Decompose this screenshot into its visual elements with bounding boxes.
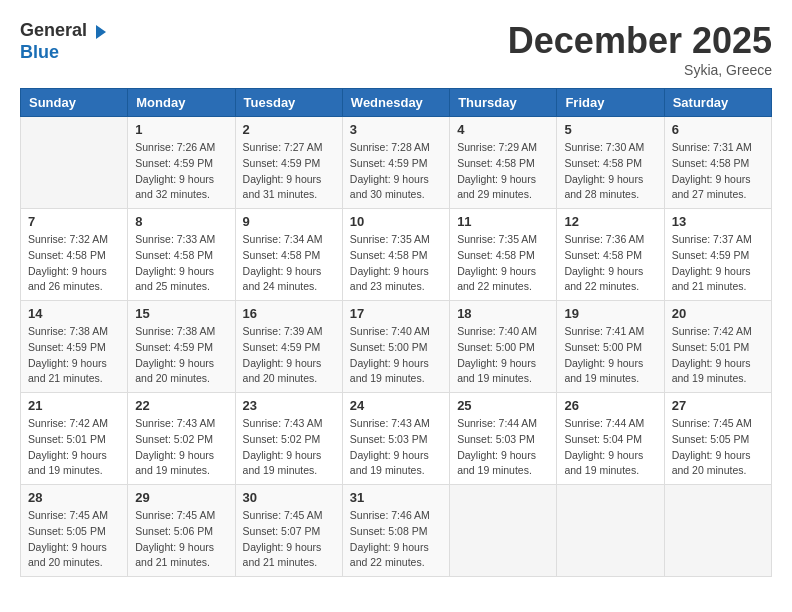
day-info: Sunrise: 7:33 AMSunset: 4:58 PMDaylight:… <box>135 232 227 295</box>
logo-text: General Blue <box>20 20 111 62</box>
day-info: Sunrise: 7:32 AMSunset: 4:58 PMDaylight:… <box>28 232 120 295</box>
title-block: December 2025 Sykia, Greece <box>508 20 772 78</box>
calendar-cell: 17Sunrise: 7:40 AMSunset: 5:00 PMDayligh… <box>342 301 449 393</box>
day-info: Sunrise: 7:44 AMSunset: 5:03 PMDaylight:… <box>457 416 549 479</box>
logo-general: General <box>20 20 87 40</box>
calendar-cell: 19Sunrise: 7:41 AMSunset: 5:00 PMDayligh… <box>557 301 664 393</box>
calendar-cell: 3Sunrise: 7:28 AMSunset: 4:59 PMDaylight… <box>342 117 449 209</box>
day-info: Sunrise: 7:43 AMSunset: 5:03 PMDaylight:… <box>350 416 442 479</box>
day-number: 15 <box>135 306 227 321</box>
day-number: 1 <box>135 122 227 137</box>
day-number: 9 <box>243 214 335 229</box>
day-info: Sunrise: 7:27 AMSunset: 4:59 PMDaylight:… <box>243 140 335 203</box>
calendar-cell: 6Sunrise: 7:31 AMSunset: 4:58 PMDaylight… <box>664 117 771 209</box>
weekday-header-thursday: Thursday <box>450 89 557 117</box>
day-number: 13 <box>672 214 764 229</box>
day-number: 18 <box>457 306 549 321</box>
day-number: 2 <box>243 122 335 137</box>
day-number: 19 <box>564 306 656 321</box>
day-info: Sunrise: 7:30 AMSunset: 4:58 PMDaylight:… <box>564 140 656 203</box>
day-info: Sunrise: 7:36 AMSunset: 4:58 PMDaylight:… <box>564 232 656 295</box>
svg-marker-0 <box>96 25 106 39</box>
day-info: Sunrise: 7:45 AMSunset: 5:06 PMDaylight:… <box>135 508 227 571</box>
day-info: Sunrise: 7:41 AMSunset: 5:00 PMDaylight:… <box>564 324 656 387</box>
day-number: 10 <box>350 214 442 229</box>
calendar-cell: 26Sunrise: 7:44 AMSunset: 5:04 PMDayligh… <box>557 393 664 485</box>
day-number: 4 <box>457 122 549 137</box>
calendar-week-row: 14Sunrise: 7:38 AMSunset: 4:59 PMDayligh… <box>21 301 772 393</box>
calendar-cell: 9Sunrise: 7:34 AMSunset: 4:58 PMDaylight… <box>235 209 342 301</box>
logo-icon <box>88 21 110 43</box>
calendar-cell: 2Sunrise: 7:27 AMSunset: 4:59 PMDaylight… <box>235 117 342 209</box>
calendar-cell: 10Sunrise: 7:35 AMSunset: 4:58 PMDayligh… <box>342 209 449 301</box>
calendar-cell: 13Sunrise: 7:37 AMSunset: 4:59 PMDayligh… <box>664 209 771 301</box>
calendar-cell: 24Sunrise: 7:43 AMSunset: 5:03 PMDayligh… <box>342 393 449 485</box>
calendar-cell: 4Sunrise: 7:29 AMSunset: 4:58 PMDaylight… <box>450 117 557 209</box>
calendar-cell: 1Sunrise: 7:26 AMSunset: 4:59 PMDaylight… <box>128 117 235 209</box>
weekday-header-saturday: Saturday <box>664 89 771 117</box>
calendar-cell: 21Sunrise: 7:42 AMSunset: 5:01 PMDayligh… <box>21 393 128 485</box>
day-info: Sunrise: 7:42 AMSunset: 5:01 PMDaylight:… <box>672 324 764 387</box>
calendar-cell: 15Sunrise: 7:38 AMSunset: 4:59 PMDayligh… <box>128 301 235 393</box>
day-info: Sunrise: 7:35 AMSunset: 4:58 PMDaylight:… <box>457 232 549 295</box>
day-info: Sunrise: 7:34 AMSunset: 4:58 PMDaylight:… <box>243 232 335 295</box>
day-number: 7 <box>28 214 120 229</box>
day-number: 12 <box>564 214 656 229</box>
calendar-cell <box>450 485 557 577</box>
calendar-cell: 11Sunrise: 7:35 AMSunset: 4:58 PMDayligh… <box>450 209 557 301</box>
day-info: Sunrise: 7:40 AMSunset: 5:00 PMDaylight:… <box>350 324 442 387</box>
day-info: Sunrise: 7:39 AMSunset: 4:59 PMDaylight:… <box>243 324 335 387</box>
calendar-cell: 14Sunrise: 7:38 AMSunset: 4:59 PMDayligh… <box>21 301 128 393</box>
day-number: 16 <box>243 306 335 321</box>
day-info: Sunrise: 7:26 AMSunset: 4:59 PMDaylight:… <box>135 140 227 203</box>
day-number: 26 <box>564 398 656 413</box>
calendar-cell: 30Sunrise: 7:45 AMSunset: 5:07 PMDayligh… <box>235 485 342 577</box>
day-info: Sunrise: 7:31 AMSunset: 4:58 PMDaylight:… <box>672 140 764 203</box>
day-info: Sunrise: 7:46 AMSunset: 5:08 PMDaylight:… <box>350 508 442 571</box>
day-info: Sunrise: 7:44 AMSunset: 5:04 PMDaylight:… <box>564 416 656 479</box>
day-info: Sunrise: 7:45 AMSunset: 5:05 PMDaylight:… <box>672 416 764 479</box>
page-header: General Blue December 2025 Sykia, Greece <box>20 20 772 78</box>
calendar-cell: 25Sunrise: 7:44 AMSunset: 5:03 PMDayligh… <box>450 393 557 485</box>
day-number: 5 <box>564 122 656 137</box>
day-number: 22 <box>135 398 227 413</box>
day-number: 23 <box>243 398 335 413</box>
calendar-cell: 18Sunrise: 7:40 AMSunset: 5:00 PMDayligh… <box>450 301 557 393</box>
day-number: 25 <box>457 398 549 413</box>
day-info: Sunrise: 7:38 AMSunset: 4:59 PMDaylight:… <box>135 324 227 387</box>
day-info: Sunrise: 7:43 AMSunset: 5:02 PMDaylight:… <box>243 416 335 479</box>
day-number: 24 <box>350 398 442 413</box>
calendar-week-row: 1Sunrise: 7:26 AMSunset: 4:59 PMDaylight… <box>21 117 772 209</box>
calendar-cell: 28Sunrise: 7:45 AMSunset: 5:05 PMDayligh… <box>21 485 128 577</box>
month-title: December 2025 <box>508 20 772 62</box>
location: Sykia, Greece <box>508 62 772 78</box>
calendar-cell <box>21 117 128 209</box>
weekday-header-friday: Friday <box>557 89 664 117</box>
day-info: Sunrise: 7:29 AMSunset: 4:58 PMDaylight:… <box>457 140 549 203</box>
day-info: Sunrise: 7:45 AMSunset: 5:07 PMDaylight:… <box>243 508 335 571</box>
day-number: 28 <box>28 490 120 505</box>
logo-blue: Blue <box>20 42 59 62</box>
calendar-cell: 29Sunrise: 7:45 AMSunset: 5:06 PMDayligh… <box>128 485 235 577</box>
day-number: 11 <box>457 214 549 229</box>
calendar-week-row: 21Sunrise: 7:42 AMSunset: 5:01 PMDayligh… <box>21 393 772 485</box>
day-info: Sunrise: 7:38 AMSunset: 4:59 PMDaylight:… <box>28 324 120 387</box>
day-number: 17 <box>350 306 442 321</box>
calendar-week-row: 28Sunrise: 7:45 AMSunset: 5:05 PMDayligh… <box>21 485 772 577</box>
day-info: Sunrise: 7:35 AMSunset: 4:58 PMDaylight:… <box>350 232 442 295</box>
calendar-cell <box>664 485 771 577</box>
day-number: 6 <box>672 122 764 137</box>
calendar-table: SundayMondayTuesdayWednesdayThursdayFrid… <box>20 88 772 577</box>
weekday-header-monday: Monday <box>128 89 235 117</box>
day-number: 29 <box>135 490 227 505</box>
calendar-cell <box>557 485 664 577</box>
day-number: 3 <box>350 122 442 137</box>
day-info: Sunrise: 7:37 AMSunset: 4:59 PMDaylight:… <box>672 232 764 295</box>
day-info: Sunrise: 7:40 AMSunset: 5:00 PMDaylight:… <box>457 324 549 387</box>
weekday-header-wednesday: Wednesday <box>342 89 449 117</box>
day-info: Sunrise: 7:45 AMSunset: 5:05 PMDaylight:… <box>28 508 120 571</box>
weekday-header-tuesday: Tuesday <box>235 89 342 117</box>
day-info: Sunrise: 7:28 AMSunset: 4:59 PMDaylight:… <box>350 140 442 203</box>
calendar-cell: 31Sunrise: 7:46 AMSunset: 5:08 PMDayligh… <box>342 485 449 577</box>
weekday-header-row: SundayMondayTuesdayWednesdayThursdayFrid… <box>21 89 772 117</box>
